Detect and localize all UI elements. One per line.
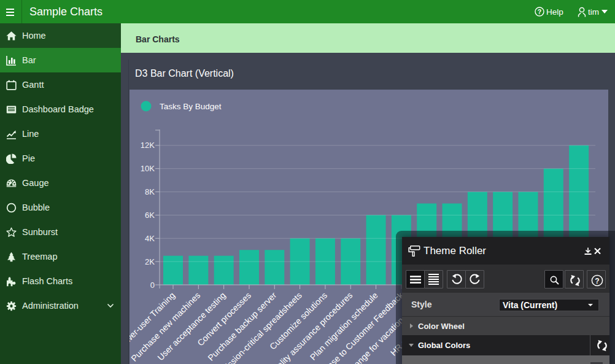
svg-text:4K: 4K: [145, 234, 155, 243]
svg-text:2K: 2K: [145, 257, 155, 266]
svg-text:?: ?: [595, 277, 599, 285]
svg-text:6K: 6K: [145, 211, 155, 220]
svg-text:?: ?: [538, 8, 541, 15]
svg-text:10K: 10K: [141, 164, 155, 173]
svg-text:0: 0: [150, 281, 155, 290]
svg-text:8K: 8K: [145, 187, 155, 196]
svg-text:Tasks By Budget: Tasks By Budget: [160, 102, 222, 111]
svg-text:12K: 12K: [141, 141, 155, 150]
